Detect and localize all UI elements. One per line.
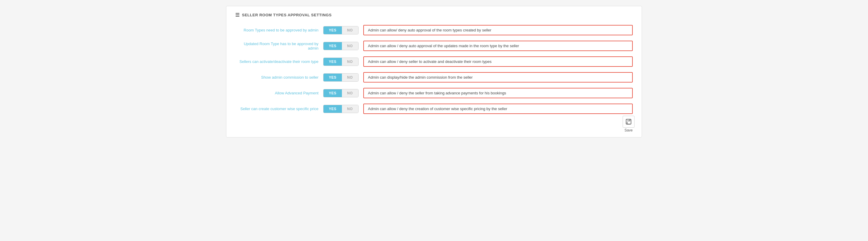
settings-row: Sellers can activate/deactivate their ro… bbox=[235, 57, 633, 67]
row-label: Allow Advanced Payment bbox=[235, 91, 318, 95]
yes-button[interactable]: YES bbox=[323, 89, 342, 97]
row-label: Room Types need to be approved by admin bbox=[235, 28, 318, 32]
description-box: Admin can allow / deny auto approval of … bbox=[363, 41, 633, 51]
yes-button[interactable]: YES bbox=[323, 26, 342, 34]
toggle-group: YESNO bbox=[323, 58, 359, 66]
yes-button[interactable]: YES bbox=[323, 58, 342, 66]
settings-row: Updated Room Type has to be approved by … bbox=[235, 41, 633, 51]
description-box: Admin can allow / deny the seller from t… bbox=[363, 88, 633, 98]
settings-row: Allow Advanced PaymentYESNOAdmin can all… bbox=[235, 88, 633, 98]
yes-button[interactable]: YES bbox=[323, 105, 342, 113]
row-label: Seller can create customer wise specific… bbox=[235, 107, 318, 111]
save-icon bbox=[623, 116, 634, 128]
settings-row: Show admin commission to sellerYESNOAdmi… bbox=[235, 72, 633, 82]
settings-row: Seller can create customer wise specific… bbox=[235, 104, 633, 114]
description-box: Admin can allow / deny seller to activat… bbox=[363, 57, 633, 67]
no-button[interactable]: NO bbox=[342, 105, 358, 113]
row-label: Sellers can activate/deactivate their ro… bbox=[235, 59, 318, 64]
svg-rect-0 bbox=[626, 119, 631, 124]
section-title: SELLER ROOM TYPES APPROVAL SETTINGS bbox=[242, 13, 332, 17]
toggle-group: YESNO bbox=[323, 105, 359, 113]
section-header: ☰ SELLER ROOM TYPES APPROVAL SETTINGS bbox=[235, 12, 633, 18]
description-box: Admin can allow/ deny auto approval of t… bbox=[363, 25, 633, 35]
row-label: Show admin commission to seller bbox=[235, 75, 318, 79]
no-button[interactable]: NO bbox=[342, 89, 358, 97]
row-label: Updated Room Type has to be approved by … bbox=[235, 41, 318, 50]
toggle-group: YESNO bbox=[323, 89, 359, 97]
no-button[interactable]: NO bbox=[342, 26, 358, 34]
yes-button[interactable]: YES bbox=[323, 74, 342, 81]
settings-rows: Room Types need to be approved by adminY… bbox=[235, 25, 633, 114]
yes-button[interactable]: YES bbox=[323, 42, 342, 50]
toggle-group: YESNO bbox=[323, 73, 359, 81]
no-button[interactable]: NO bbox=[342, 58, 358, 66]
save-label: Save bbox=[624, 128, 632, 132]
no-button[interactable]: NO bbox=[342, 42, 358, 50]
list-icon: ☰ bbox=[235, 12, 240, 18]
toggle-group: YESNO bbox=[323, 26, 359, 34]
settings-card: ☰ SELLER ROOM TYPES APPROVAL SETTINGS Ro… bbox=[226, 6, 642, 137]
toggle-group: YESNO bbox=[323, 42, 359, 50]
settings-row: Room Types need to be approved by adminY… bbox=[235, 25, 633, 35]
description-box: Admin can display/hide the admin commiss… bbox=[363, 72, 633, 82]
no-button[interactable]: NO bbox=[342, 74, 358, 81]
description-box: Admin can allow / deny the creation of c… bbox=[363, 104, 633, 114]
save-button[interactable]: Save bbox=[623, 116, 634, 132]
